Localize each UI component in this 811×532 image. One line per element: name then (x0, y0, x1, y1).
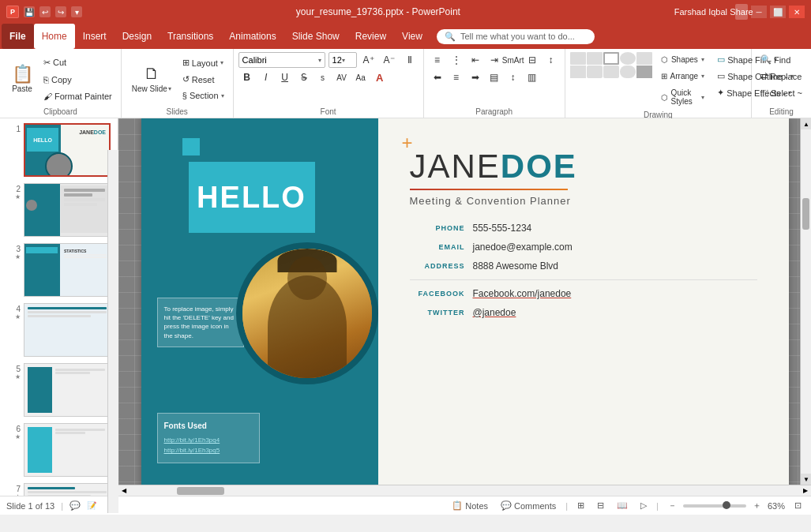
decrease-indent-button[interactable]: ⇤ (467, 52, 484, 68)
shape-3[interactable] (603, 52, 619, 65)
slide-thumb-5[interactable]: 5 ★ (3, 362, 115, 418)
menu-review[interactable]: Review (347, 24, 394, 49)
menu-home[interactable]: Home (34, 24, 75, 49)
find-button[interactable]: 🔍Find (757, 52, 806, 67)
menu-animations[interactable]: Animations (221, 24, 283, 49)
fit-slide-button[interactable]: ⊡ (791, 499, 805, 512)
shape-1[interactable] (570, 52, 586, 65)
h-scrollbar: ◀ ▶ (118, 485, 811, 496)
search-box[interactable]: 🔍 Tell me what you want to do... (437, 29, 595, 44)
font-family-selector[interactable]: Calibri ▾ (238, 52, 325, 68)
h-scroll-thumb[interactable] (177, 487, 224, 495)
shape-2[interactable] (587, 52, 603, 65)
menu-transitions[interactable]: Transitions (160, 24, 221, 49)
minimize-button[interactable]: ─ (751, 6, 767, 18)
layout-button[interactable]: ⊞Layout▾ (178, 55, 228, 70)
user-name: Farshad Iqbal (674, 7, 727, 17)
cut-button[interactable]: ✂Cut (39, 55, 116, 70)
menu-view[interactable]: View (394, 24, 430, 49)
quick-styles-button[interactable]: ⬡Quick Styles▾ (655, 85, 711, 109)
bold-button[interactable]: B (238, 69, 256, 85)
columns2-button[interactable]: ▥ (524, 69, 541, 85)
increase-indent-button[interactable]: ⇥ (486, 52, 503, 68)
slide-canvas[interactable]: HELLO To replace image, simply hit the '… (141, 118, 789, 485)
reset-button[interactable]: ↺Reset (178, 72, 228, 87)
document-title: your_resume_19736.pptx - PowerPoint (296, 6, 460, 17)
shape-6[interactable] (570, 66, 586, 78)
shape-9[interactable] (620, 66, 636, 78)
scroll-down-arrow[interactable]: ▼ (801, 474, 811, 485)
notes-icon: 📋 (452, 500, 463, 511)
copy-button[interactable]: ⎘Copy (39, 73, 116, 87)
menu-bar: File Home Insert Design Transitions Anim… (0, 24, 811, 49)
text-direction-button[interactable]: ↕ (543, 52, 560, 68)
paste-button[interactable]: 📋 Paste (6, 58, 39, 101)
align-left-button[interactable]: ⬅ (429, 69, 446, 85)
font-color-button[interactable]: A (371, 69, 389, 85)
smartart-button[interactable]: SmArt (505, 52, 522, 68)
shapes-button[interactable]: ⬡Shapes▾ (655, 52, 711, 67)
slide-comments-icon[interactable]: 💬 (69, 500, 81, 511)
increase-font-button[interactable]: A⁺ (360, 52, 377, 68)
slide-thumb-4[interactable]: 4 ★ (3, 302, 115, 358)
slide-image-4 (24, 303, 111, 357)
notes-button[interactable]: 📋 Notes (449, 499, 491, 512)
bullets-button[interactable]: ≡ (429, 52, 446, 68)
align-center-button[interactable]: ≡ (448, 69, 465, 85)
format-painter-button[interactable]: 🖌Format Painter (39, 89, 116, 103)
share-button[interactable]: Share (735, 4, 748, 20)
shadow-button[interactable]: s (314, 69, 332, 85)
shape-8[interactable] (603, 66, 619, 78)
new-slide-button[interactable]: 🗋 New Slide ▾ (126, 58, 177, 101)
scroll-right-arrow[interactable]: ▶ (800, 485, 811, 496)
shape-10[interactable] (636, 66, 652, 78)
scroll-thumb[interactable] (802, 198, 809, 230)
menu-file[interactable]: File (2, 24, 34, 49)
arrange-button[interactable]: ⊞Arrange▾ (655, 69, 711, 84)
select-button[interactable]: ⬚Select ~ (757, 85, 806, 100)
v-scrollbar[interactable] (107, 150, 118, 513)
zoom-slider[interactable] (683, 504, 746, 508)
decrease-font-button[interactable]: A⁻ (381, 52, 398, 68)
close-button[interactable]: ✕ (789, 6, 805, 18)
normal-view-button[interactable]: ⊞ (574, 499, 588, 512)
clear-format-button[interactable]: Ⅱ (401, 52, 419, 68)
replace-button[interactable]: ⇄Replace (757, 69, 806, 84)
save-button[interactable]: 💾 (24, 6, 35, 17)
justify-button[interactable]: ▤ (486, 69, 503, 85)
zoom-out-button[interactable]: － (665, 498, 680, 513)
slide-thumb-7[interactable]: 7 ★ (3, 481, 115, 496)
shape-7[interactable] (587, 66, 603, 78)
menu-slideshow[interactable]: Slide Show (284, 24, 347, 49)
font-case-button[interactable]: Aa (352, 69, 370, 85)
zoom-in-button[interactable]: ＋ (749, 498, 764, 513)
customize-button[interactable]: ▾ (71, 6, 82, 17)
scroll-up-arrow[interactable]: ▲ (801, 118, 811, 129)
scroll-left-arrow[interactable]: ◀ (118, 485, 130, 496)
slide-thumb-6[interactable]: 6 ★ (3, 421, 115, 478)
section-button[interactable]: §Section▾ (178, 88, 228, 103)
menu-design[interactable]: Design (115, 24, 160, 49)
shape-4[interactable] (620, 52, 636, 65)
comments-button[interactable]: 💬 Comments (497, 499, 559, 512)
reading-view-button[interactable]: 📖 (614, 499, 631, 512)
presenter-view-button[interactable]: ▷ (637, 499, 650, 512)
menu-insert[interactable]: Insert (75, 24, 115, 49)
align-right-button[interactable]: ➡ (467, 69, 484, 85)
restore-button[interactable]: ⬜ (770, 6, 786, 18)
font-size-selector[interactable]: 12▾ (329, 52, 357, 68)
char-spacing-button[interactable]: AV (333, 69, 351, 85)
columns-button[interactable]: ⊟ (524, 52, 541, 68)
italic-button[interactable]: I (257, 69, 275, 85)
slide-thumb-2[interactable]: 2 ★ (3, 182, 115, 238)
redo-button[interactable]: ↪ (55, 6, 66, 17)
slide-sorter-button[interactable]: ⊟ (594, 499, 607, 512)
slide-thumb-1[interactable]: 1 HELLO JANEDOE (3, 122, 115, 178)
numbering-button[interactable]: ⋮ (448, 52, 465, 68)
slide-thumb-3[interactable]: 3 ★ STATISTICS (3, 242, 115, 298)
line-spacing-button[interactable]: ↕ (505, 69, 522, 85)
shape-5[interactable] (636, 52, 652, 65)
undo-button[interactable]: ↩ (39, 6, 51, 17)
underline-button[interactable]: U (276, 69, 294, 85)
strikethrough-button[interactable]: S̶ (295, 69, 313, 85)
